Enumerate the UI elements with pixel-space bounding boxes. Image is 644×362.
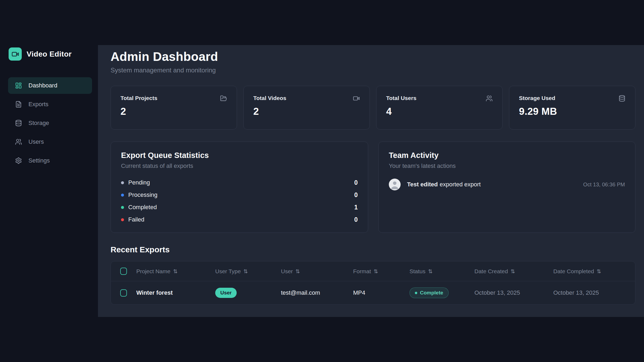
column-header-user[interactable]: User⇅ xyxy=(281,268,353,275)
stat-cards: Total Projects 2 Total Videos 2 Total Us… xyxy=(111,86,635,130)
table-header-row: Project Name⇅ User Type⇅ User⇅ Format⇅ S… xyxy=(111,261,635,281)
video-icon xyxy=(353,95,360,102)
queue-item-failed: Failed 0 xyxy=(121,213,358,226)
stat-value: 2 xyxy=(120,106,227,117)
recent-exports-table: Project Name⇅ User Type⇅ User⇅ Format⇅ S… xyxy=(111,261,635,305)
folder-open-icon xyxy=(220,95,227,102)
layout-dashboard-icon xyxy=(15,82,22,89)
sort-icon[interactable]: ⇅ xyxy=(511,268,515,275)
avatar xyxy=(389,179,401,190)
activity-action: exported export xyxy=(440,181,481,188)
database-icon xyxy=(619,95,625,102)
sidebar-item-settings[interactable]: Settings xyxy=(8,152,92,169)
export-queue-card: Export Queue Statistics Current status o… xyxy=(111,142,368,233)
stat-value: 2 xyxy=(253,106,360,117)
queue-value: 0 xyxy=(354,216,358,223)
cell-status: Complete xyxy=(409,287,474,298)
column-header-user-type[interactable]: User Type⇅ xyxy=(215,268,281,275)
pending-dot-icon xyxy=(121,181,124,184)
status-badge: Complete xyxy=(409,287,449,298)
sidebar-item-label: Storage xyxy=(28,120,49,127)
processing-dot-icon xyxy=(121,194,124,197)
select-all-checkbox[interactable] xyxy=(120,268,127,275)
stat-value: 4 xyxy=(386,106,493,117)
sidebar-item-exports[interactable]: Exports xyxy=(8,96,92,113)
sort-icon[interactable]: ⇅ xyxy=(173,268,178,275)
user-type-badge: User xyxy=(215,288,237,298)
file-text-icon xyxy=(15,101,22,108)
queue-item-pending: Pending 0 xyxy=(121,176,358,189)
sidebar-item-dashboard[interactable]: Dashboard xyxy=(8,77,92,94)
cell-user-type: User xyxy=(215,288,281,298)
queue-value: 0 xyxy=(354,191,358,199)
queue-label: Processing xyxy=(128,191,158,198)
video-logo-icon xyxy=(9,47,22,61)
queue-label: Failed xyxy=(128,216,144,223)
page-title: Admin Dashboard xyxy=(111,49,635,64)
sidebar: Video Editor Dashboard Exports Storage U… xyxy=(0,0,98,362)
stat-label: Total Users xyxy=(386,95,416,101)
sidebar-item-label: Exports xyxy=(28,101,49,108)
app-title: Video Editor xyxy=(27,50,72,58)
middle-row: Export Queue Statistics Current status o… xyxy=(111,142,635,233)
cell-project-name: Winter forest xyxy=(136,289,215,296)
row-checkbox[interactable] xyxy=(120,289,127,297)
stat-card-total-videos: Total Videos 2 xyxy=(243,86,370,130)
stat-value: 9.29 MB xyxy=(519,106,625,117)
team-activity-card: Team Activity Your team's latest actions… xyxy=(378,142,635,233)
sidebar-item-label: Dashboard xyxy=(28,82,57,89)
table-row[interactable]: Winter forest User test@mail.com MP4 Com… xyxy=(111,281,635,304)
activity-item: Test editedexported export Oct 13, 06:36… xyxy=(389,179,625,190)
gear-icon xyxy=(15,157,22,164)
completed-dot-icon xyxy=(121,206,124,209)
queue-label: Pending xyxy=(128,179,150,186)
stat-label: Total Projects xyxy=(120,95,157,101)
database-icon xyxy=(15,120,22,127)
failed-dot-icon xyxy=(121,218,124,221)
cell-user: test@mail.com xyxy=(281,289,353,296)
queue-value: 0 xyxy=(354,179,358,186)
cell-format: MP4 xyxy=(353,289,409,296)
page-subtitle: System management and monitoring xyxy=(111,67,635,74)
sort-icon[interactable]: ⇅ xyxy=(295,268,300,275)
column-header-date-completed[interactable]: Date Completed⇅ xyxy=(553,268,635,275)
sort-icon[interactable]: ⇅ xyxy=(428,268,433,275)
queue-label: Completed xyxy=(128,204,157,211)
export-queue-list: Pending 0 Processing 0 Completed 1 Faile… xyxy=(121,176,358,226)
users-icon xyxy=(486,95,493,102)
column-header-status[interactable]: Status⇅ xyxy=(409,268,474,275)
column-header-project-name[interactable]: Project Name⇅ xyxy=(136,268,215,275)
stat-card-storage-used: Storage Used 9.29 MB xyxy=(509,86,635,130)
stat-card-total-projects: Total Projects 2 xyxy=(111,86,237,130)
sidebar-nav: Dashboard Exports Storage Users Settings xyxy=(8,77,92,169)
queue-item-completed: Completed 1 xyxy=(121,201,358,213)
sidebar-item-label: Settings xyxy=(28,157,50,164)
sidebar-item-users[interactable]: Users xyxy=(8,134,92,150)
status-dot-icon xyxy=(415,292,417,294)
queue-item-processing: Processing 0 xyxy=(121,189,358,201)
users-icon xyxy=(15,138,22,145)
stat-card-total-users: Total Users 4 xyxy=(376,86,503,130)
sidebar-item-label: Users xyxy=(28,138,44,145)
activity-text: Test editedexported export xyxy=(407,181,583,188)
column-header-date-created[interactable]: Date Created⇅ xyxy=(474,268,553,275)
sidebar-item-storage[interactable]: Storage xyxy=(8,115,92,131)
sort-icon[interactable]: ⇅ xyxy=(374,268,378,275)
export-queue-title: Export Queue Statistics xyxy=(121,151,358,160)
sort-icon[interactable]: ⇅ xyxy=(243,268,248,275)
recent-exports-title: Recent Exports xyxy=(111,245,635,254)
cell-date-created: October 13, 2025 xyxy=(474,289,553,296)
team-activity-subtitle: Your team's latest actions xyxy=(389,162,625,169)
activity-actor: Test edited xyxy=(407,181,438,188)
sort-icon[interactable]: ⇅ xyxy=(597,268,601,275)
activity-timestamp: Oct 13, 06:36 PM xyxy=(583,182,625,188)
brand: Video Editor xyxy=(8,47,92,61)
main-content: Admin Dashboard System management and mo… xyxy=(98,45,644,317)
stat-label: Storage Used xyxy=(519,95,555,101)
export-queue-subtitle: Current status of all exports xyxy=(121,162,358,169)
queue-value: 1 xyxy=(354,204,358,211)
column-header-format[interactable]: Format⇅ xyxy=(353,268,409,275)
cell-date-completed: October 13, 2025 xyxy=(553,289,635,296)
team-activity-title: Team Activity xyxy=(389,151,625,160)
stat-label: Total Videos xyxy=(253,95,286,101)
